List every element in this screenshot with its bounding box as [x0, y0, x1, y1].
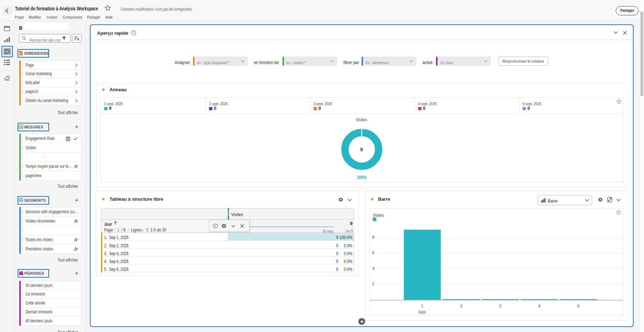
svg-text:?: ? — [133, 31, 135, 35]
